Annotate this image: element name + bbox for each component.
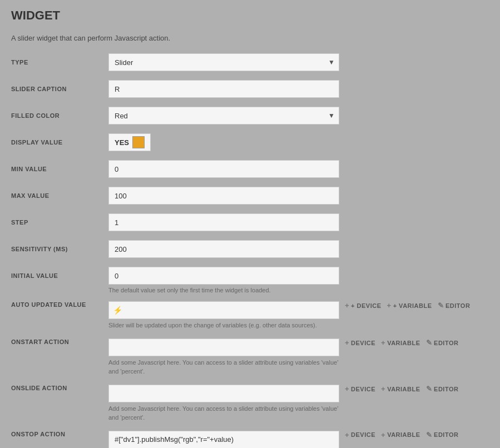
step-field-wrapper bbox=[108, 213, 339, 231]
auto-updated-label: AUTO UPDATED VALUE bbox=[11, 301, 108, 308]
page-description: A slider widget that can perform Javascr… bbox=[11, 34, 489, 42]
auto-updated-hint: Slider will be updated upon the change o… bbox=[108, 321, 339, 330]
min-value-field-wrapper bbox=[108, 160, 339, 178]
onslide-input-wrapper bbox=[108, 385, 339, 402]
onstart-label: ONSTART ACTION bbox=[11, 339, 108, 345]
initial-value-input[interactable] bbox=[108, 267, 339, 285]
onslide-variable-icon: + bbox=[381, 385, 385, 393]
onslide-device-button[interactable]: + DEVICE bbox=[344, 385, 377, 393]
slider-caption-input[interactable] bbox=[108, 80, 339, 98]
onslide-action-buttons: + DEVICE + VARIABLE ✎ EDITOR bbox=[344, 385, 459, 393]
filled-color-select-wrapper: Red Green Blue Yellow Orange ▼ bbox=[108, 107, 339, 125]
display-value-yes-text: YES bbox=[115, 138, 129, 147]
slider-caption-label: SLIDER CAPTION bbox=[11, 86, 108, 92]
initial-value-label: INITIAL VALUE bbox=[11, 272, 108, 279]
display-value-color-swatch[interactable] bbox=[132, 136, 145, 148]
onstart-input[interactable] bbox=[108, 339, 339, 356]
auto-updated-action-buttons: + + DEVICE + + VARIABLE ✎ EDITOR bbox=[344, 301, 471, 310]
onstop-variable-icon: + bbox=[381, 431, 385, 439]
display-value-yes-button[interactable]: YES bbox=[108, 133, 151, 151]
onstart-input-wrapper bbox=[108, 339, 339, 356]
onslide-input[interactable] bbox=[108, 385, 339, 402]
initial-value-hint: The default value set only the first tim… bbox=[108, 287, 489, 293]
onstart-device-icon: + bbox=[345, 339, 349, 347]
auto-updated-input-wrapper: ⚡ bbox=[108, 301, 339, 319]
step-label: STEP bbox=[11, 219, 108, 226]
auto-updated-variable-icon: + bbox=[387, 301, 392, 310]
auto-updated-variable-button[interactable]: + + VARIABLE bbox=[386, 301, 433, 310]
onstop-editor-button[interactable]: ✎ EDITOR bbox=[425, 431, 460, 439]
initial-value-field-wrapper bbox=[108, 267, 339, 285]
onstop-input-wrapper bbox=[108, 431, 339, 448]
max-value-label: MAX VALUE bbox=[11, 192, 108, 199]
onstart-variable-icon: + bbox=[381, 339, 385, 347]
type-label: TYPE bbox=[11, 59, 108, 66]
onstart-editor-button[interactable]: ✎ EDITOR bbox=[425, 339, 460, 347]
onstop-label: ONSTOP ACTION bbox=[11, 431, 108, 437]
sensitivity-field-wrapper bbox=[108, 240, 339, 258]
max-value-field-wrapper bbox=[108, 187, 339, 205]
type-select-wrapper: Slider Button Toggle Input ▼ bbox=[108, 53, 339, 71]
slider-caption-field-wrapper bbox=[108, 80, 339, 98]
onstart-hint: Add some Javascript here. You can access… bbox=[108, 359, 339, 376]
onslide-variable-button[interactable]: + VARIABLE bbox=[380, 385, 422, 393]
min-value-label: MIN VALUE bbox=[11, 166, 108, 172]
auto-updated-editor-button[interactable]: ✎ EDITOR bbox=[437, 301, 472, 310]
filled-color-label: FILLED COLOR bbox=[11, 112, 108, 119]
min-value-input[interactable] bbox=[108, 160, 339, 178]
onstop-device-button[interactable]: + DEVICE bbox=[344, 431, 377, 439]
display-value-wrapper: YES bbox=[108, 133, 151, 151]
onstop-device-icon: + bbox=[345, 431, 349, 439]
onslide-editor-button[interactable]: ✎ EDITOR bbox=[425, 385, 460, 393]
onstop-editor-icon: ✎ bbox=[426, 431, 433, 439]
auto-updated-input[interactable] bbox=[108, 301, 339, 319]
onslide-device-icon: + bbox=[345, 385, 349, 393]
max-value-input[interactable] bbox=[108, 187, 339, 205]
onslide-label: ONSLIDE ACTION bbox=[11, 385, 108, 391]
auto-updated-device-icon: + bbox=[345, 301, 349, 310]
onslide-hint: Add some Javascript here. You can access… bbox=[108, 405, 339, 422]
page-title: WIDGET bbox=[11, 8, 489, 23]
onstop-variable-button[interactable]: + VARIABLE bbox=[380, 431, 422, 439]
sensitivity-input[interactable] bbox=[108, 240, 339, 258]
onslide-editor-icon: ✎ bbox=[426, 385, 433, 393]
onstart-device-button[interactable]: + DEVICE bbox=[344, 339, 377, 347]
auto-updated-device-button[interactable]: + + DEVICE bbox=[344, 301, 383, 310]
type-select[interactable]: Slider Button Toggle Input bbox=[108, 53, 339, 71]
auto-updated-editor-icon: ✎ bbox=[438, 301, 444, 310]
step-input[interactable] bbox=[108, 213, 339, 231]
onstart-editor-icon: ✎ bbox=[426, 339, 433, 347]
onstart-action-buttons: + DEVICE + VARIABLE ✎ EDITOR bbox=[344, 339, 459, 347]
display-value-label: DISPLAY VALUE bbox=[11, 139, 108, 146]
onstop-input[interactable] bbox=[108, 431, 339, 448]
filled-color-select[interactable]: Red Green Blue Yellow Orange bbox=[108, 107, 339, 125]
onstop-action-buttons: + DEVICE + VARIABLE ✎ EDITOR bbox=[344, 431, 459, 439]
sensitivity-label: SENSITIVITY (MS) bbox=[11, 246, 108, 252]
onstart-variable-button[interactable]: + VARIABLE bbox=[380, 339, 422, 347]
